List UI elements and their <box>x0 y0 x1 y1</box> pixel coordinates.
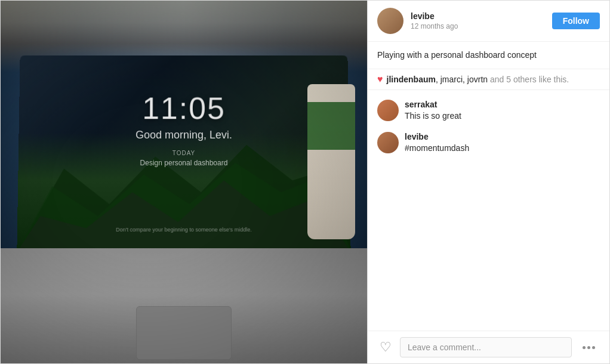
caption-area: Playing with a personal dashboard concep… <box>368 42 609 69</box>
comment-body-levibe: levibe #momentumdash <box>405 132 600 155</box>
dot-1 <box>583 346 586 349</box>
likes-heart-icon: ♥ <box>377 74 383 85</box>
like-button[interactable]: ♡ <box>377 339 394 356</box>
photo-panel: 11:05 Good morning, Levi. TODAY Design p… <box>1 1 367 364</box>
likes-other-users: , jmarci, jovrtn <box>436 75 488 84</box>
comment-avatar-levibe[interactable] <box>377 132 399 153</box>
comment-text-serrakat: This is so great <box>405 111 461 121</box>
comment-item: levibe #momentumdash <box>368 127 609 159</box>
post-footer: ♡ <box>368 331 609 363</box>
screen-task: Design personal dashboard <box>19 159 350 167</box>
header-username[interactable]: levibe <box>411 11 545 21</box>
screen-quote: Don't compare your beginning to someone … <box>41 226 326 234</box>
laptop-screen: 11:05 Good morning, Levi. TODAY Design p… <box>17 55 350 252</box>
header-timestamp: 12 months ago <box>411 22 545 30</box>
likes-text: jlindenbaum, jmarci, jovrtn and 5 others… <box>387 75 569 84</box>
comment-body-serrakat: serrakat This is so great <box>405 100 600 122</box>
comment-text-levibe: #momentumdash <box>405 143 469 153</box>
header-info: levibe 12 months ago <box>411 11 545 30</box>
comment-username-levibe[interactable]: levibe <box>405 132 600 141</box>
screen-greeting: Good morning, Levi. <box>19 129 349 141</box>
trackpad <box>136 306 232 360</box>
comment-item: serrakat This is so great <box>368 95 609 127</box>
liked-by-user[interactable]: jlindenbaum <box>387 75 436 84</box>
coffee-cup <box>307 84 355 239</box>
screen-today-label: TODAY <box>19 150 349 156</box>
avatar[interactable] <box>377 8 403 34</box>
more-options-button[interactable] <box>578 344 600 351</box>
likes-area: ♥ jlindenbaum, jmarci, jovrtn and 5 othe… <box>368 69 609 90</box>
dot-3 <box>592 346 595 349</box>
screen-time: 11:05 <box>19 91 349 126</box>
laptop-body <box>1 248 367 364</box>
post-header: levibe 12 months ago Follow <box>368 1 609 42</box>
caption-text: Playing with a personal dashboard concep… <box>377 50 537 60</box>
comments-area: serrakat This is so great levibe #moment… <box>368 90 609 331</box>
dot-2 <box>587 346 590 349</box>
right-panel: levibe 12 months ago Follow Playing with… <box>367 1 609 363</box>
follow-button[interactable]: Follow <box>552 13 600 29</box>
comment-avatar-serrakat[interactable] <box>377 100 399 121</box>
comment-input[interactable] <box>400 337 572 357</box>
comment-username-serrakat[interactable]: serrakat <box>405 100 600 109</box>
likes-suffix: and 5 others like this. <box>488 75 569 84</box>
